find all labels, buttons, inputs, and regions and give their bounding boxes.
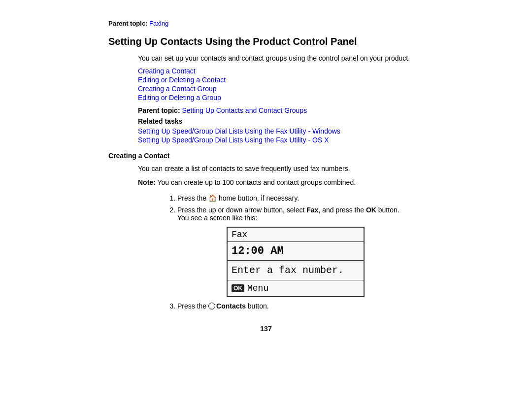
- step1-text: Press the: [177, 194, 208, 202]
- step-3: Press the Contacts button.: [177, 302, 424, 310]
- editing-deleting-group-link[interactable]: Editing or Deleting a Group: [138, 94, 424, 102]
- step3-start: Press the: [177, 302, 208, 310]
- note-content: You can create up to 100 contacts and co…: [156, 178, 356, 186]
- you-see-text: You see a screen like this:: [177, 214, 424, 222]
- page-container: Parent topic: Faxing Setting Up Contacts…: [99, 0, 433, 411]
- editing-deleting-contact-link[interactable]: Editing or Deleting a Contact: [138, 76, 424, 84]
- parent-topic-label: Parent topic:: [108, 20, 147, 27]
- related-tasks-label: Related tasks: [138, 117, 424, 125]
- step2-start: Press the up or down arrow button, selec…: [177, 206, 306, 214]
- step1-end: home button, if necessary.: [217, 194, 299, 202]
- screen-enter-line: Enter a fax number.: [228, 261, 364, 280]
- note-bold: Note:: [138, 178, 156, 186]
- parent-topic-bottom: Parent topic: Setting Up Contacts and Co…: [138, 106, 424, 114]
- home-icon: 🏠: [208, 194, 217, 202]
- step3-contacts-bold: Contacts: [216, 302, 246, 310]
- step-2: Press the up or down arrow button, selec…: [177, 206, 424, 297]
- step2-mid: , and press the: [318, 206, 366, 214]
- parent-topic-setting-up-link[interactable]: Setting Up Contacts and Contact Groups: [182, 106, 307, 114]
- main-heading: Setting Up Contacts Using the Product Co…: [108, 36, 424, 47]
- screen-menu-label: Menu: [247, 283, 268, 293]
- nav-links-section: Creating a Contact Editing or Deleting a…: [138, 67, 424, 102]
- screen-time-line: 12:00 AM: [228, 242, 364, 261]
- section-body: You can create a list of contacts to sav…: [138, 165, 424, 310]
- parent-topic-faxing-link[interactable]: Faxing: [149, 20, 168, 27]
- contacts-icon: [208, 303, 215, 309]
- steps-list: Press the 🏠 home button, if necessary. P…: [177, 194, 424, 310]
- step3-end: button.: [246, 302, 269, 310]
- screen-menu-line: OKMenu: [228, 280, 364, 296]
- creating-contact-group-link[interactable]: Creating a Contact Group: [138, 85, 424, 93]
- step2-fax-bold: Fax: [306, 206, 318, 214]
- related-links-section: Setting Up Speed/Group Dial Lists Using …: [138, 127, 424, 144]
- note-text: Note: You can create up to 100 contacts …: [138, 178, 424, 186]
- parent-topic-top: Parent topic: Faxing: [108, 20, 424, 27]
- screen-ok-badge: OK: [232, 284, 244, 292]
- parent-topic-bottom-label: Parent topic:: [138, 106, 180, 114]
- intro-text: You can set up your contacts and contact…: [138, 54, 424, 62]
- step2-end: button.: [376, 206, 399, 214]
- section-intro: You can create a list of contacts to sav…: [138, 165, 424, 172]
- related-link-osx[interactable]: Setting Up Speed/Group Dial Lists Using …: [138, 136, 424, 144]
- page-number: 137: [108, 325, 424, 333]
- screen-fax-line: Fax: [228, 228, 364, 242]
- fax-screen-image: Fax 12:00 AM Enter a fax number. OKMenu: [227, 227, 365, 297]
- creating-contact-link[interactable]: Creating a Contact: [138, 67, 424, 75]
- section-heading: Creating a Contact: [108, 152, 424, 160]
- related-link-windows[interactable]: Setting Up Speed/Group Dial Lists Using …: [138, 127, 424, 135]
- step2-ok-bold: OK: [366, 206, 376, 214]
- step-1: Press the 🏠 home button, if necessary.: [177, 194, 424, 202]
